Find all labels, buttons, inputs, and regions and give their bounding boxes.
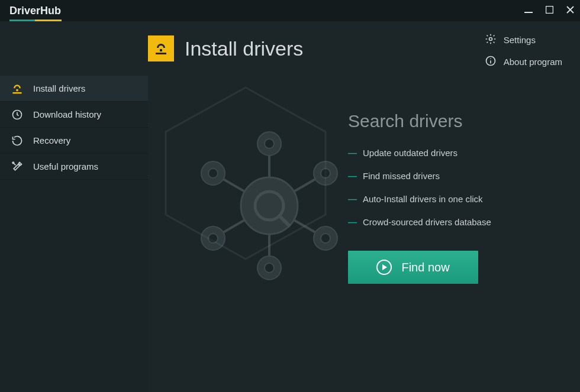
sidebar-item-download-history[interactable]: Download history: [0, 102, 148, 128]
sidebar-item-label: Download history: [33, 109, 101, 119]
sidebar-item-label: Useful programs: [33, 161, 98, 171]
feature-text: Find missed drivers: [363, 171, 440, 181]
install-drivers-header-icon: [148, 35, 174, 61]
feature-text: Auto-Install drivers in one click: [363, 194, 483, 204]
sidebar-item-install-drivers[interactable]: Install drivers: [0, 76, 148, 102]
feature-item: — Find missed drivers: [348, 171, 491, 181]
minimize-icon[interactable]: [524, 5, 533, 16]
svg-rect-2: [160, 49, 162, 51]
drive-icon: [11, 82, 24, 95]
header-links: Settings About program: [485, 33, 562, 69]
svg-point-3: [489, 38, 492, 41]
settings-label: Settings: [504, 35, 536, 45]
clock-icon: [11, 109, 24, 121]
feature-item: — Crowd-sourced drivers database: [348, 217, 491, 227]
svg-point-26: [208, 234, 218, 243]
sidebar-item-recovery[interactable]: Recovery: [0, 128, 148, 154]
main-layout: Install drivers Download history Recover…: [0, 76, 580, 392]
play-icon: [376, 260, 392, 275]
page-title: Install drivers: [185, 37, 303, 60]
gear-icon: [485, 33, 497, 47]
window-controls: [524, 5, 574, 16]
about-label: About program: [504, 57, 562, 67]
feature-text: Crowd-sourced drivers database: [363, 217, 491, 227]
maximize-icon[interactable]: [546, 5, 553, 16]
find-now-button[interactable]: Find now: [348, 251, 478, 284]
sidebar-item-label: Install drivers: [33, 83, 85, 93]
sidebar-item-label: Recovery: [33, 135, 70, 145]
page-header: Install drivers Settings About program: [0, 21, 580, 76]
recovery-icon: [11, 135, 24, 147]
svg-point-24: [321, 169, 330, 178]
svg-point-6: [490, 58, 491, 59]
tools-icon: [11, 161, 24, 173]
feature-text: Update outdated drivers: [363, 148, 457, 158]
close-icon[interactable]: [566, 5, 574, 16]
feature-item: — Update outdated drivers: [348, 148, 491, 158]
svg-point-22: [208, 169, 218, 178]
gears-illustration: [172, 108, 367, 303]
svg-rect-1: [546, 7, 553, 14]
search-drivers-panel: Search drivers — Update outdated drivers…: [348, 111, 491, 392]
svg-point-20: [265, 263, 274, 273]
svg-point-18: [265, 139, 274, 148]
find-now-label: Find now: [401, 261, 449, 274]
info-icon: [485, 55, 497, 69]
svg-point-9: [12, 162, 14, 164]
app-brand: DriverHub: [9, 5, 61, 17]
sidebar-item-useful-programs[interactable]: Useful programs: [0, 154, 148, 180]
panel-heading: Search drivers: [348, 111, 491, 131]
about-link[interactable]: About program: [485, 55, 562, 69]
main-content: Search drivers — Update outdated drivers…: [148, 76, 580, 392]
titlebar: DriverHub: [0, 0, 580, 21]
feature-item: — Auto-Install drivers in one click: [348, 194, 491, 204]
svg-rect-7: [16, 89, 18, 90]
settings-link[interactable]: Settings: [485, 33, 562, 47]
svg-rect-0: [524, 12, 533, 13]
sidebar: Install drivers Download history Recover…: [0, 76, 148, 392]
svg-point-28: [321, 234, 330, 243]
